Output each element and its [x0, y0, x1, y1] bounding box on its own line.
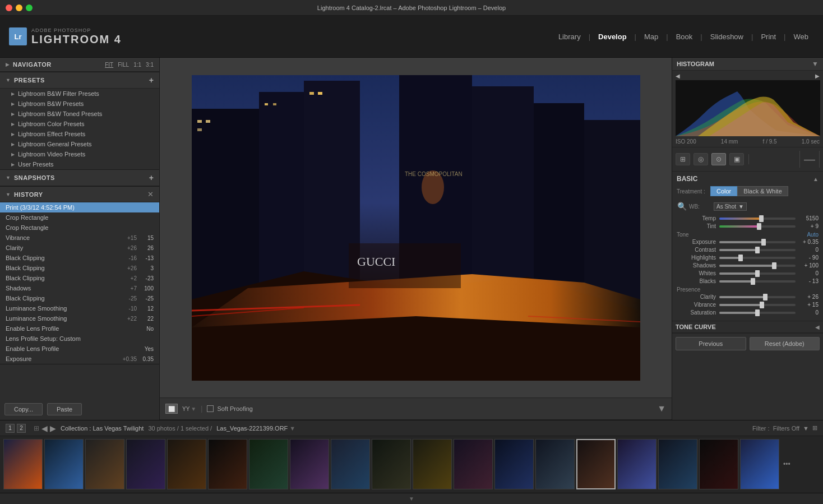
- highlights-slider[interactable]: [719, 257, 796, 259]
- history-item-5[interactable]: Black Clipping -16 -13: [0, 253, 159, 263]
- thumb-13[interactable]: [494, 439, 534, 489]
- history-item-14[interactable]: Enable Lens Profile Yes: [0, 344, 159, 354]
- thumb-17[interactable]: [658, 439, 697, 489]
- history-item-15[interactable]: Exposure +0.35 0.35: [0, 354, 159, 364]
- nav-slideshow[interactable]: Slideshow: [705, 30, 749, 43]
- preset-item-bw[interactable]: ▶ Lightroom B&W Presets: [0, 99, 159, 109]
- thumb-4[interactable]: [126, 439, 165, 489]
- red-eye-tool[interactable]: ⊙: [711, 153, 726, 165]
- history-item-12[interactable]: Enable Lens Profile No: [0, 323, 159, 334]
- history-close-button[interactable]: ✕: [147, 190, 154, 198]
- thumb-3[interactable]: [85, 439, 124, 489]
- filmstrip-prev-arrow[interactable]: ◀: [41, 424, 48, 433]
- nav-book[interactable]: Book: [671, 30, 699, 43]
- temp-slider[interactable]: [719, 218, 796, 220]
- eyedropper-tool[interactable]: 🔍: [677, 200, 687, 213]
- filename-dropdown-arrow[interactable]: ▼: [289, 425, 295, 432]
- saturation-slider[interactable]: [719, 312, 796, 314]
- thumb-16[interactable]: [617, 439, 656, 489]
- fit-option-fill[interactable]: FILL: [118, 62, 129, 68]
- tone-auto-button[interactable]: Auto: [807, 232, 819, 238]
- tint-slider[interactable]: [719, 225, 796, 228]
- history-item-9[interactable]: Black Clipping -25 -25: [0, 293, 159, 303]
- basic-expand-arrow[interactable]: ▲: [813, 176, 819, 182]
- nav-develop[interactable]: Develop: [593, 30, 632, 43]
- nav-web[interactable]: Web: [788, 30, 815, 43]
- presets-header[interactable]: ▼ Presets +: [0, 72, 159, 89]
- filmstrip-expand-icon[interactable]: ⊞: [812, 424, 817, 432]
- thumb-19[interactable]: [740, 439, 779, 489]
- thumb-9[interactable]: [331, 439, 370, 489]
- nav-print[interactable]: Print: [755, 30, 782, 43]
- histogram-highlight-clip-icon[interactable]: ▶: [815, 73, 820, 79]
- preset-item-general[interactable]: ▶ Lightroom General Presets: [0, 139, 159, 149]
- exposure-slider[interactable]: [719, 241, 796, 243]
- filmstrip-next-arrow[interactable]: ▶: [50, 424, 56, 433]
- histogram-expand-icon[interactable]: ▼: [812, 60, 819, 68]
- presets-add-button[interactable]: +: [149, 76, 154, 85]
- fit-option-fit[interactable]: FIT: [105, 62, 113, 68]
- thumb-6[interactable]: [208, 439, 247, 489]
- fit-option-1-1[interactable]: 1:1: [133, 62, 141, 68]
- graduated-filter-tool[interactable]: ▣: [729, 153, 744, 165]
- preset-item-video[interactable]: ▶ Lightroom Video Presets: [0, 149, 159, 159]
- thumb-1[interactable]: [3, 439, 43, 489]
- filmstrip-grid-icon[interactable]: ⊞: [34, 424, 39, 432]
- bw-treatment-button[interactable]: Black & White: [737, 186, 788, 196]
- previous-button[interactable]: Previous: [676, 337, 746, 350]
- bottom-arrow[interactable]: ▼: [409, 496, 414, 502]
- thumb-2[interactable]: [44, 439, 84, 489]
- snapshots-add-button[interactable]: +: [149, 173, 154, 182]
- expand-button[interactable]: ▼: [657, 404, 666, 414]
- history-item-4[interactable]: Clarity +26 26: [0, 243, 159, 253]
- clarity-slider[interactable]: [719, 296, 796, 298]
- thumb-12[interactable]: [454, 439, 493, 489]
- history-item-10[interactable]: Luminance Smoothing -10 12: [0, 303, 159, 313]
- history-item-2[interactable]: Crop Rectangle: [0, 223, 159, 233]
- fit-option-3-1[interactable]: 3:1: [146, 62, 154, 68]
- whites-slider[interactable]: [719, 272, 796, 275]
- history-item-1[interactable]: Crop Rectangle: [0, 212, 159, 223]
- thumb-10[interactable]: [372, 439, 411, 489]
- history-item-7[interactable]: Black Clipping +2 -23: [0, 273, 159, 283]
- thumb-14[interactable]: [535, 439, 575, 489]
- loupe-view-button[interactable]: ⬜: [165, 404, 178, 414]
- nav-map[interactable]: Map: [639, 30, 664, 43]
- preset-item-color[interactable]: ▶ Lightroom Color Presets: [0, 119, 159, 129]
- soft-proofing-checkbox[interactable]: [207, 405, 214, 412]
- color-treatment-button[interactable]: Color: [710, 186, 737, 196]
- close-button[interactable]: [6, 4, 12, 11]
- snapshots-header[interactable]: ▼ Snapshots +: [0, 170, 159, 186]
- thumb-8[interactable]: [290, 439, 329, 489]
- preset-item-bwtoned[interactable]: ▶ Lightroom B&W Toned Presets: [0, 109, 159, 119]
- paste-button[interactable]: Paste: [47, 403, 82, 415]
- history-item-11[interactable]: Luminance Smoothing +22 22: [0, 313, 159, 323]
- filter-dropdown-arrow[interactable]: ▼: [803, 425, 809, 432]
- thumb-18[interactable]: [699, 439, 738, 489]
- vibrance-slider[interactable]: [719, 304, 796, 306]
- navigator-header[interactable]: ▶ Navigator FIT FILL 1:1 3:1: [0, 58, 159, 72]
- contrast-slider[interactable]: [719, 249, 796, 251]
- blacks-slider[interactable]: [719, 280, 796, 283]
- copy-button[interactable]: Copy...: [4, 403, 43, 415]
- minimize-button[interactable]: [16, 4, 22, 11]
- preset-item-bwfilter[interactable]: ▶ Lightroom B&W Filter Presets: [0, 89, 159, 99]
- nav-library[interactable]: Library: [553, 30, 586, 43]
- preset-item-user[interactable]: ▶ User Presets: [0, 159, 159, 169]
- history-item-3[interactable]: Vibrance +15 15: [0, 233, 159, 243]
- page-1-button[interactable]: 1: [6, 424, 15, 433]
- reset-button[interactable]: Reset (Adobe): [750, 337, 820, 350]
- history-item-8[interactable]: Shadows +7 100: [0, 283, 159, 293]
- maximize-button[interactable]: [26, 4, 33, 11]
- thumb-5[interactable]: [167, 439, 206, 489]
- histogram-shadow-clip-icon[interactable]: ◀: [676, 73, 680, 79]
- shadows-slider[interactable]: [719, 265, 796, 267]
- history-item-0[interactable]: Print (3/3/12 4:52:54 PM): [0, 202, 159, 212]
- tone-curve-arrow[interactable]: ◀: [815, 324, 820, 330]
- thumb-11[interactable]: [413, 439, 452, 489]
- preset-item-effect[interactable]: ▶ Lightroom Effect Presets: [0, 129, 159, 139]
- wb-dropdown[interactable]: As Shot ▼: [714, 202, 747, 211]
- thumb-7[interactable]: [249, 439, 288, 489]
- history-item-6[interactable]: Black Clipping +26 3: [0, 263, 159, 273]
- history-item-13[interactable]: Lens Profile Setup: Custom: [0, 334, 159, 344]
